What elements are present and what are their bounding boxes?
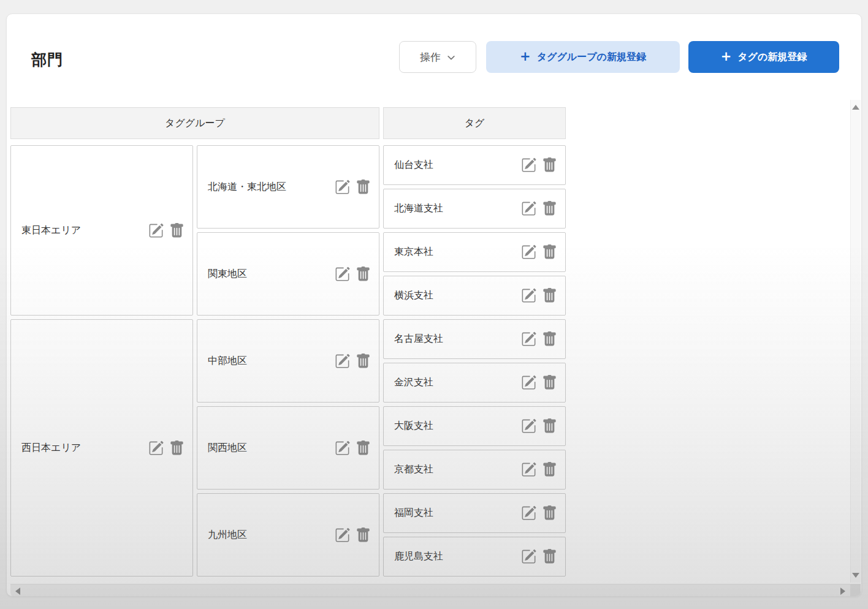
edit-icon[interactable] [148, 223, 164, 238]
tag-cell: 名古屋支社 [383, 319, 566, 359]
scroll-down-icon[interactable] [852, 573, 859, 578]
edit-icon[interactable] [521, 331, 536, 347]
tag-group-cell: 東日本エリア [10, 145, 193, 316]
edit-icon[interactable] [521, 418, 536, 434]
trash-icon[interactable] [542, 331, 557, 347]
new-tag-group-button[interactable]: + タググループの新規登録 [486, 41, 680, 73]
edit-icon[interactable] [521, 375, 536, 390]
sub-tag-group-name: 九州地区 [208, 529, 247, 542]
sub-tag-group-cell: 九州地区 [197, 493, 379, 577]
trash-icon[interactable] [542, 157, 557, 173]
tag-cell: 横浜支社 [383, 276, 566, 316]
vertical-scrollbar[interactable] [850, 100, 861, 583]
edit-icon[interactable] [521, 462, 536, 477]
tag-table: 東日本エリア 西日本エリア 北海道・東北地区 関東地区 [10, 145, 566, 577]
column-header-tag: タグ [383, 107, 566, 139]
tag-name: 金沢支社 [394, 376, 433, 389]
edit-icon[interactable] [521, 288, 536, 303]
trash-icon[interactable] [542, 418, 557, 434]
operations-label: 操作 [420, 50, 441, 64]
edit-icon[interactable] [521, 201, 536, 216]
trash-icon[interactable] [542, 505, 557, 521]
tag-name: 大阪支社 [394, 420, 433, 433]
edit-icon[interactable] [335, 528, 350, 543]
trash-icon[interactable] [542, 201, 557, 216]
tag-name: 京都支社 [394, 463, 433, 476]
tag-group-name: 西日本エリア [21, 442, 81, 455]
tag-cell: 京都支社 [383, 450, 566, 490]
trash-icon[interactable] [542, 375, 557, 390]
tag-name: 福岡支社 [394, 507, 433, 520]
tag-name: 仙台支社 [394, 159, 433, 172]
tag-cell: 東京本社 [383, 232, 566, 272]
tag-name: 横浜支社 [394, 289, 433, 302]
edit-icon[interactable] [521, 549, 536, 564]
tag-cell: 仙台支社 [383, 145, 566, 185]
new-tag-label: タグの新規登録 [737, 51, 807, 64]
edit-icon[interactable] [335, 267, 350, 282]
new-tag-group-label: タググループの新規登録 [537, 51, 646, 64]
trash-icon[interactable] [169, 223, 185, 238]
column-header-tag-group: タググループ [10, 107, 379, 139]
tag-name: 北海道支社 [394, 202, 443, 215]
scroll-left-icon[interactable] [15, 588, 20, 595]
tag-cell: 鹿児島支社 [383, 537, 566, 577]
sub-tag-group-name: 中部地区 [208, 355, 247, 368]
edit-icon[interactable] [335, 180, 350, 195]
edit-icon[interactable] [148, 441, 164, 456]
sub-tag-group-name: 北海道・東北地区 [208, 181, 286, 194]
edit-icon[interactable] [521, 505, 536, 521]
sub-tag-group-cell: 北海道・東北地区 [197, 145, 379, 229]
sub-tag-group-name: 関東地区 [208, 268, 247, 281]
tag-cell: 大阪支社 [383, 406, 566, 446]
scroll-right-icon[interactable] [840, 588, 845, 595]
plus-icon: + [520, 50, 531, 63]
tag-group-name: 東日本エリア [21, 224, 81, 237]
tag-name: 鹿児島支社 [394, 550, 443, 563]
edit-icon[interactable] [521, 244, 536, 260]
trash-icon[interactable] [542, 288, 557, 303]
page-title: 部門 [31, 50, 63, 70]
trash-icon[interactable] [542, 244, 557, 260]
tag-group-cell: 西日本エリア [10, 319, 193, 577]
sub-tag-group-name: 関西地区 [208, 442, 247, 455]
trash-icon[interactable] [356, 180, 371, 195]
operations-button[interactable]: 操作 [399, 41, 476, 73]
sub-tag-group-cell: 関東地区 [197, 232, 379, 316]
plus-icon: + [721, 50, 732, 63]
trash-icon[interactable] [542, 549, 557, 564]
trash-icon[interactable] [356, 354, 371, 369]
department-tags-panel: 部門 操作 + タググループの新規登録 + タグの新規登録 タググループ タグ … [6, 13, 862, 597]
new-tag-button[interactable]: + タグの新規登録 [688, 41, 839, 73]
horizontal-scrollbar[interactable] [10, 584, 850, 597]
edit-icon[interactable] [335, 441, 350, 456]
trash-icon[interactable] [169, 441, 185, 456]
trash-icon[interactable] [542, 462, 557, 477]
sub-tag-group-cell: 関西地区 [197, 406, 379, 490]
chevron-down-icon [447, 53, 455, 62]
sub-tag-group-cell: 中部地区 [197, 319, 379, 403]
tag-name: 名古屋支社 [394, 333, 443, 346]
edit-icon[interactable] [335, 354, 350, 369]
edit-icon[interactable] [521, 157, 536, 173]
tag-name: 東京本社 [394, 246, 433, 259]
scroll-up-icon[interactable] [852, 105, 859, 110]
trash-icon[interactable] [356, 267, 371, 282]
tag-cell: 北海道支社 [383, 189, 566, 229]
scrollbar-corner [850, 584, 861, 597]
trash-icon[interactable] [356, 528, 371, 543]
tag-cell: 福岡支社 [383, 493, 566, 533]
tag-cell: 金沢支社 [383, 363, 566, 403]
trash-icon[interactable] [356, 441, 371, 456]
